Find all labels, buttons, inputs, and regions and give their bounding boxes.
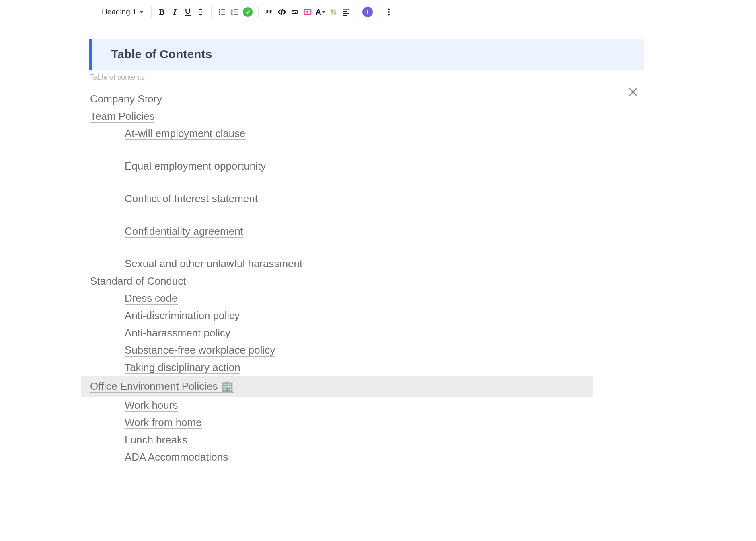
text-color-button[interactable]: A — [314, 6, 327, 18]
toc-row: Work from home — [89, 414, 644, 431]
toc-link[interactable]: Anti-harassment policy — [125, 327, 230, 339]
svg-text:3: 3 — [231, 12, 232, 16]
toc-row: Company Story — [89, 90, 644, 108]
toolbar-divider — [357, 6, 357, 18]
highlight-color-button[interactable] — [327, 6, 340, 18]
bulleted-list-button[interactable] — [216, 6, 228, 18]
toc-row: Anti-harassment policy — [89, 324, 644, 342]
toc-link[interactable]: Taking disciplinary action — [125, 361, 240, 374]
chevron-down-icon — [139, 11, 143, 13]
svg-line-14 — [281, 9, 282, 15]
banner-button[interactable]: T — [301, 6, 314, 18]
toc-row: Anti-discrimination policy — [89, 307, 644, 324]
numbered-list-icon: 1 2 3 — [230, 8, 239, 16]
more-vertical-icon — [384, 8, 393, 16]
bulleted-list-icon — [218, 8, 226, 16]
toc-caption: Table of contents — [90, 73, 644, 82]
svg-point-19 — [331, 12, 333, 14]
toc-list: Company StoryTeam PoliciesAt-will employ… — [89, 90, 644, 466]
svg-point-20 — [333, 12, 336, 14]
toolbar-divider — [258, 6, 259, 18]
toc-row: Office Environment Policies 🏢 — [81, 376, 593, 397]
check-circle-icon — [243, 7, 253, 17]
svg-point-17 — [331, 9, 333, 12]
code-block-button[interactable] — [275, 6, 288, 18]
link-icon — [290, 8, 299, 16]
toc-row: ADA Accommodations — [89, 449, 644, 466]
toc-link[interactable]: Equal employment opportunity — [125, 160, 266, 172]
toc-link[interactable]: Conflict of Interest statement — [125, 193, 258, 205]
toc-link[interactable]: Standard of Conduct — [90, 275, 186, 287]
toc-row: Sexual and other unlawful harassment — [89, 255, 644, 273]
align-left-icon — [342, 8, 351, 16]
svg-point-27 — [388, 9, 390, 10]
close-icon — [627, 86, 639, 98]
svg-point-28 — [388, 11, 390, 13]
toc-row: Taking disciplinary action — [89, 359, 644, 376]
strikethrough-button[interactable] — [194, 6, 207, 18]
toc-link[interactable]: Office Environment Policies 🏢 — [90, 380, 234, 393]
toc-row: At-will employment clause — [89, 125, 644, 142]
toolbar-divider — [211, 6, 212, 18]
toc-header: Table of Contents — [89, 39, 644, 70]
underline-button[interactable] — [181, 6, 194, 18]
toc-link[interactable]: Work from home — [125, 416, 202, 429]
toc-row: Conflict of Interest statement — [89, 190, 644, 207]
strikethrough-icon — [196, 8, 205, 16]
italic-button[interactable]: I — [168, 6, 181, 18]
toc-row: Lunch breaks — [89, 431, 644, 449]
toc-row: Dress code — [89, 290, 644, 307]
svg-point-29 — [388, 14, 390, 15]
close-button[interactable] — [626, 85, 640, 99]
bold-button[interactable]: B — [156, 6, 168, 18]
toc-link[interactable]: At-will employment clause — [125, 127, 246, 140]
blockquote-button[interactable] — [263, 6, 275, 18]
checklist-button[interactable] — [241, 6, 254, 18]
toc-link[interactable]: Substance-free workplace policy — [125, 344, 275, 357]
insert-button[interactable] — [361, 6, 374, 18]
svg-point-4 — [218, 11, 220, 13]
plus-circle-icon — [362, 7, 373, 17]
text-format-label: Heading 1 — [102, 8, 137, 16]
svg-text:T: T — [306, 10, 308, 14]
toc-row: Team Policies — [89, 108, 644, 125]
toc-row: Standard of Conduct — [89, 273, 644, 290]
banner-icon: T — [303, 8, 312, 16]
svg-point-2 — [218, 9, 220, 11]
toc-row: Confidentiality agreement — [89, 223, 644, 240]
text-color-icon: A — [315, 8, 325, 17]
toc-link[interactable]: Lunch breaks — [125, 434, 187, 446]
svg-point-18 — [333, 9, 336, 12]
text-format-dropdown[interactable]: Heading 1 — [99, 5, 147, 19]
more-options-button[interactable] — [382, 6, 395, 18]
toc-row: Work hours — [89, 397, 644, 414]
link-button[interactable] — [288, 6, 301, 18]
underline-icon — [183, 8, 192, 16]
toc-link[interactable]: ADA Accommodations — [125, 451, 228, 463]
toc-link[interactable]: Team Policies — [90, 110, 154, 123]
svg-point-6 — [218, 14, 220, 15]
toc-link[interactable]: Anti-discrimination policy — [125, 309, 240, 322]
color-dots-icon — [329, 8, 338, 16]
toc-link[interactable]: Company Story — [90, 93, 162, 105]
bold-icon: B — [159, 7, 165, 17]
toc-link[interactable]: Confidentiality agreement — [125, 225, 243, 238]
numbered-list-button[interactable]: 1 2 3 — [228, 6, 241, 18]
code-icon — [277, 7, 287, 17]
editor-toolbar: Heading 1 B I — [99, 4, 395, 20]
toc-row: Substance-free workplace policy — [89, 342, 644, 359]
toc-row: Equal employment opportunity — [89, 158, 644, 175]
toolbar-divider — [151, 6, 152, 18]
toc-panel: Table of Contents Table of contents Comp… — [89, 39, 644, 466]
toc-header-title: Table of Contents — [111, 47, 636, 61]
toc-link[interactable]: Work hours — [125, 399, 178, 412]
toc-link[interactable]: Dress code — [125, 292, 178, 305]
align-button[interactable] — [340, 6, 353, 18]
italic-icon: I — [173, 7, 177, 17]
toc-link[interactable]: Sexual and other unlawful harassment — [125, 258, 302, 270]
toolbar-divider — [378, 6, 378, 18]
quote-icon — [265, 8, 273, 16]
